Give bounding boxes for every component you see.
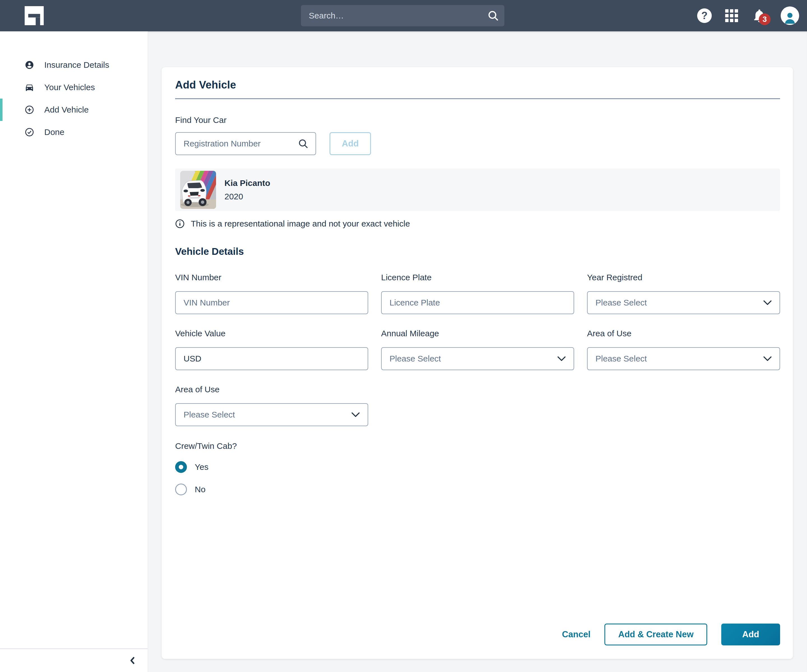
vehicle-value-input[interactable] xyxy=(175,347,368,370)
vehicle-value-field: Vehicle Value xyxy=(175,329,368,370)
help-icon[interactable]: ? xyxy=(697,8,712,23)
area-of-use-field: Area of Use Please Select xyxy=(587,329,780,370)
user-avatar-icon[interactable] xyxy=(780,7,799,25)
year-registered-field: Year Registred Please Select xyxy=(587,273,780,314)
annual-mileage-field: Annual Mileage Please Select xyxy=(381,329,574,370)
radio-selected-icon xyxy=(175,461,187,473)
radio-unselected-icon xyxy=(175,483,187,495)
chevron-down-icon xyxy=(557,356,566,361)
title-divider xyxy=(175,98,780,99)
top-bar: ? 3 xyxy=(0,0,807,31)
plus-circle-icon xyxy=(25,105,34,114)
app-grid-icon[interactable] xyxy=(725,9,738,22)
crew-cab-radio-yes[interactable]: Yes xyxy=(175,461,208,473)
representational-note: This is a representational image and not… xyxy=(191,219,410,228)
vehicle-value-label: Vehicle Value xyxy=(175,329,368,338)
notifications-bell-icon[interactable]: 3 xyxy=(752,8,767,23)
global-search xyxy=(301,5,504,26)
person-circle-icon xyxy=(25,60,34,70)
global-search-input[interactable] xyxy=(301,11,482,20)
sidebar-item-add-vehicle[interactable]: Add Vehicle xyxy=(0,99,148,121)
form-footer: Cancel Add & Create New Add xyxy=(175,607,780,646)
area-of-use-select[interactable]: Please Select xyxy=(587,347,780,370)
vin-number-input[interactable] xyxy=(175,291,368,314)
registration-search xyxy=(175,132,316,155)
add-and-create-new-button[interactable]: Add & Create New xyxy=(604,624,707,646)
sidebar-item-insurance-details[interactable]: Insurance Details xyxy=(0,54,148,76)
chevron-down-icon xyxy=(763,300,772,305)
area-of-use-label-2: Area of Use xyxy=(175,385,368,394)
sidebar: Insurance Details Your Vehicles Add Vehi… xyxy=(0,31,148,672)
sidebar-footer xyxy=(0,649,148,672)
crew-cab-radio-no[interactable]: No xyxy=(175,483,205,496)
vehicle-year: 2020 xyxy=(224,192,270,201)
annual-mileage-label: Annual Mileage xyxy=(381,329,574,338)
annual-mileage-select[interactable]: Please Select xyxy=(381,347,574,370)
sidebar-item-your-vehicles[interactable]: Your Vehicles xyxy=(0,76,148,99)
add-button[interactable]: Add xyxy=(721,624,780,646)
chevron-down-icon xyxy=(763,356,772,361)
year-registered-select[interactable]: Please Select xyxy=(587,291,780,314)
add-vehicle-card: Add Vehicle Find Your Car Add xyxy=(162,67,793,659)
car-icon xyxy=(25,83,34,92)
notification-count-badge: 3 xyxy=(759,13,770,25)
vin-number-field: VIN Number xyxy=(175,273,368,314)
find-add-button[interactable]: Add xyxy=(330,132,371,155)
check-circle-icon xyxy=(25,127,34,137)
crew-twin-cab-label: Crew/Twin Cab? xyxy=(175,441,780,451)
app-logo-icon[interactable] xyxy=(25,6,44,25)
area-of-use-select-2[interactable]: Please Select xyxy=(175,403,368,426)
info-icon xyxy=(175,219,185,228)
find-your-car-label: Find Your Car xyxy=(175,115,780,125)
page-title: Add Vehicle xyxy=(175,79,780,91)
licence-plate-label: Licence Plate xyxy=(381,273,574,282)
year-registered-label: Year Registred xyxy=(587,273,780,282)
cancel-button[interactable]: Cancel xyxy=(562,629,591,639)
vehicle-name: Kia Picanto xyxy=(224,178,270,188)
vehicle-details-heading: Vehicle Details xyxy=(175,246,780,257)
chevron-down-icon xyxy=(351,412,360,417)
main-content: Add Vehicle Find Your Car Add xyxy=(148,31,807,672)
vehicle-photo xyxy=(180,171,216,209)
area-of-use-field-2: Area of Use Please Select xyxy=(175,385,368,426)
registration-number-input[interactable] xyxy=(175,132,316,155)
licence-plate-field: Licence Plate xyxy=(381,273,574,314)
search-icon xyxy=(297,138,309,149)
sidebar-item-done[interactable]: Done xyxy=(0,121,148,143)
search-icon[interactable] xyxy=(482,5,504,26)
vehicle-result-row[interactable]: Kia Picanto 2020 xyxy=(175,169,780,211)
area-of-use-label: Area of Use xyxy=(587,329,780,338)
licence-plate-input[interactable] xyxy=(381,291,574,314)
sidebar-collapse-chevron-left-icon[interactable] xyxy=(127,655,138,666)
vin-number-label: VIN Number xyxy=(175,273,368,282)
